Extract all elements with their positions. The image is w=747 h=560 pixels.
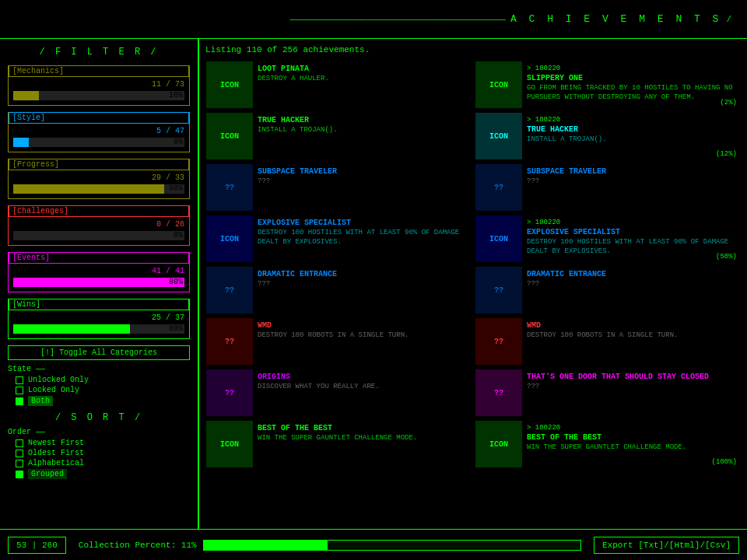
achievement-item[interactable]: ICON > 180220 True Hacker Install a Troj…: [475, 112, 741, 160]
order-box: [16, 471, 23, 478]
achievement-item[interactable]: ICON > 180220 Explosive Specialist Destr…: [475, 215, 741, 263]
achievement-name: Loot Pinata: [258, 65, 466, 73]
achievement-icon: ICON: [475, 113, 522, 159]
achievement-item[interactable]: ?? Origins Discover what you really are.: [205, 369, 472, 417]
achievement-icon: ICON: [206, 421, 253, 467]
achievement-name: Slippery One: [527, 74, 735, 82]
filter-events[interactable]: [Events] 41 / 41 80%: [8, 252, 190, 292]
achievement-info: Dramatic Entrance ???: [253, 267, 471, 313]
order-radio-item[interactable]: Oldest First: [16, 449, 190, 457]
filter-challenges[interactable]: [Challenges] 0 / 26 0%: [8, 205, 190, 246]
main-content: Listing 110 of 256 achievements. ICON Lo…: [198, 39, 747, 529]
achievement-item[interactable]: ICON True Hacker Install a Trojan().: [205, 112, 472, 160]
achievement-info: Explosive Specialist Destroy 100 hostile…: [253, 215, 471, 262]
achievement-name: Origins: [258, 373, 466, 381]
achievement-name: Dramatic Entrance: [527, 270, 735, 278]
state-section: State —— Unlocked OnlyLocked OnlyBoth: [8, 365, 190, 406]
achievement-desc: Discover what you really are.: [258, 383, 466, 392]
achievement-item[interactable]: ICON > 180220 Best Of The Best Win the S…: [475, 420, 741, 468]
order-label: Order ——: [8, 428, 190, 436]
achievement-info: > 180220 Slippery One Go from being trac…: [522, 61, 740, 108]
achievement-icon: ??: [206, 164, 253, 211]
state-radio-item[interactable]: Unlocked Only: [16, 376, 190, 384]
achievement-info: True Hacker Install a Trojan().: [253, 113, 471, 159]
achievement-desc: ???: [258, 177, 466, 187]
filter-label-style: [Style]: [9, 112, 189, 124]
achievement-name: Best Of The Best: [527, 433, 735, 442]
filter-title: / F I L T E R /: [8, 47, 190, 58]
filter-bar-mechanics: 10%: [13, 91, 184, 100]
achievement-name: True Hacker: [258, 116, 466, 124]
achievement-progress: (50%): [716, 253, 737, 261]
collection-bar: [203, 540, 581, 551]
achievement-name: WMD: [527, 321, 735, 330]
achievement-info: WMD Destroy 100 robots in a single turn.: [522, 318, 740, 365]
radio-box: [16, 387, 23, 394]
achievement-item[interactable]: ?? WMD Destroy 100 robots in a single tu…: [475, 317, 741, 366]
order-box: [16, 450, 23, 457]
header-dashes-right: /: [726, 15, 731, 24]
achievement-desc: Win the Super Gauntlet challenge mode.: [258, 434, 466, 443]
achievement-item[interactable]: ?? Subspace Traveler ???: [205, 163, 472, 212]
achievement-name: Subspace Traveler: [258, 167, 466, 176]
achievement-name: Explosive Specialist: [258, 219, 466, 227]
filter-style[interactable]: [Style] 5 / 47 9%: [8, 112, 190, 152]
filter-label-events: [Events]: [9, 252, 189, 264]
achievement-item[interactable]: ICON Loot Pinata Destroy a Hauler.: [205, 61, 472, 109]
achievement-progress: (12%): [716, 150, 737, 158]
achievement-item[interactable]: ICON > 180220 Slippery One Go from being…: [475, 61, 741, 109]
achievement-name: Explosive Specialist: [527, 228, 735, 236]
achievement-info: Loot Pinata Destroy a Hauler.: [253, 61, 471, 108]
achievement-desc: ???: [527, 177, 735, 187]
achievement-icon: ICON: [206, 113, 253, 159]
sidebar: / F I L T E R / [Mechanics] 11 / 73 10% …: [0, 39, 198, 529]
achievement-item[interactable]: ?? WMD Destroy 100 robots in a single tu…: [205, 317, 472, 366]
header-dashes-left: ————————————————————————————————————————…: [290, 15, 506, 24]
achievement-progress: (100%): [712, 458, 737, 466]
radio-box: [16, 376, 23, 384]
achievement-item[interactable]: ICON Best Of The Best Win the Super Gaun…: [205, 420, 472, 468]
achievement-icon: ??: [475, 164, 522, 211]
header-title: A C H I E V E M E N T S: [510, 13, 721, 25]
achievement-xp: > 180220: [527, 65, 735, 72]
achievement-icon: ICON: [206, 61, 253, 108]
achievement-icon: ??: [475, 318, 522, 365]
achievement-desc: Destroy a Hauler.: [258, 75, 466, 84]
achievement-desc: Install a Trojan().: [258, 126, 466, 135]
order-radio-item[interactable]: Alphabetical: [16, 459, 190, 467]
filter-wins[interactable]: [Wins] 25 / 37 80%: [8, 299, 190, 339]
achievement-info: WMD Destroy 100 robots in a single turn.: [253, 318, 471, 365]
order-box: [16, 439, 23, 447]
achievement-desc: Destroy 100 robots in a single turn.: [258, 331, 466, 341]
achievement-name: That's One Door That Should Stay Closed: [527, 373, 735, 381]
state-radio-item[interactable]: Locked Only: [16, 386, 190, 394]
achievement-desc: Destroy 100 hostiles with at least 90% o…: [527, 238, 735, 256]
filter-stats-events: 41 / 41: [13, 267, 184, 275]
filter-label-challenges: [Challenges]: [9, 205, 189, 217]
radio-box: [16, 397, 23, 405]
achievement-xp: > 180220: [527, 116, 735, 124]
achievement-icon: ICON: [475, 215, 522, 262]
achievement-item[interactable]: ?? Dramatic Entrance ???: [475, 266, 741, 314]
order-radio-item[interactable]: Newest First: [16, 439, 190, 447]
filter-progress[interactable]: [Progress] 29 / 33 90%: [8, 159, 190, 199]
achievement-info: Dramatic Entrance ???: [522, 267, 740, 313]
toggle-all-button[interactable]: [!] Toggle All Categories: [8, 345, 190, 360]
export-button[interactable]: Export [Txt]/[Html]/[Csv]: [594, 537, 739, 554]
achievement-desc: ???: [527, 280, 735, 289]
achievement-info: > 180220 Explosive Specialist Destroy 10…: [522, 215, 740, 262]
filter-stats-challenges: 0 / 26: [13, 220, 184, 229]
achievements-grid: ICON Loot Pinata Destroy a Hauler. ICON …: [205, 61, 741, 468]
sort-title: / S O R T /: [8, 412, 190, 423]
filter-bar-events: 80%: [13, 278, 184, 287]
achievement-xp: > 180220: [527, 424, 735, 432]
achievement-item[interactable]: ?? That's One Door That Should Stay Clos…: [475, 369, 741, 417]
achievement-item[interactable]: ?? Subspace Traveler ???: [475, 163, 741, 212]
achievement-info: Origins Discover what you really are.: [253, 369, 471, 416]
achievement-item[interactable]: ?? Dramatic Entrance ???: [205, 266, 472, 314]
filter-mechanics[interactable]: [Mechanics] 11 / 73 10%: [8, 65, 190, 106]
order-radio-item[interactable]: Grouped: [16, 469, 190, 479]
state-radio-item[interactable]: Both: [16, 396, 190, 406]
achievement-item[interactable]: ICON Explosive Specialist Destroy 100 ho…: [205, 215, 472, 263]
filter-bar-wins: 80%: [13, 324, 184, 334]
